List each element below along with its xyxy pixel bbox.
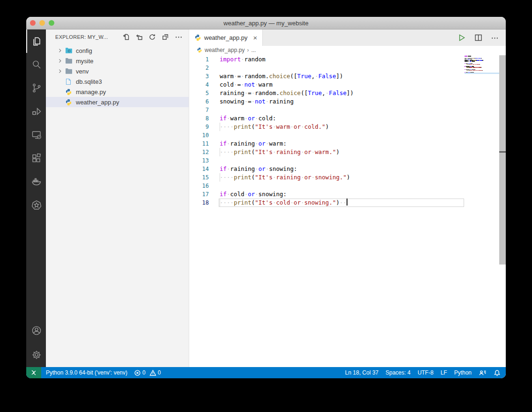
code-line[interactable]: 2: [189, 64, 506, 72]
code-line[interactable]: 7: [189, 106, 506, 114]
code-line[interactable]: 9····print("It's·warm·or·cold."): [189, 123, 506, 131]
line-number[interactable]: 3: [189, 72, 209, 81]
tree-item-label: mysite: [76, 58, 94, 65]
tree-indent: [57, 88, 65, 96]
line-number[interactable]: 4: [189, 81, 209, 89]
zoom-window-button[interactable]: [49, 20, 54, 26]
search-icon: [31, 59, 42, 70]
tree-item-mysite[interactable]: mysite: [46, 56, 189, 66]
code-line[interactable]: 10: [189, 131, 506, 140]
window-title: weather_app.py — my_website: [223, 20, 308, 27]
line-number[interactable]: 6: [189, 97, 209, 106]
tree-item-manage.py[interactable]: manage.py: [46, 87, 189, 97]
line-number[interactable]: 2: [189, 64, 209, 72]
line-number[interactable]: 7: [189, 106, 209, 114]
code-line[interactable]: 4cold·=·not·warm: [189, 81, 506, 89]
code-line[interactable]: 6snowing·=·not·raining: [189, 97, 506, 106]
eol-status[interactable]: LF: [441, 369, 447, 376]
indentation-status[interactable]: Spaces: 4: [385, 369, 410, 376]
activity-bar-item-explorer[interactable]: [26, 29, 46, 53]
title-bar[interactable]: weather_app.py — my_website: [26, 17, 506, 29]
explorer-more-actions-button[interactable]: [174, 32, 183, 42]
activity-bar-item-kubernetes[interactable]: [26, 193, 46, 217]
line-number[interactable]: 5: [189, 89, 209, 97]
activity-bar-item-run-debug[interactable]: [26, 100, 46, 123]
activity-bar-item-settings[interactable]: [26, 343, 46, 367]
notifications-bell-button[interactable]: [494, 369, 501, 376]
editor-more-actions-button[interactable]: [491, 34, 499, 42]
error-icon: [134, 369, 141, 376]
tree-item-venv[interactable]: venv: [46, 66, 189, 76]
activity-bar-item-extensions[interactable]: [26, 147, 46, 170]
tab-bar: weather_app.py ×: [189, 29, 506, 46]
cursor-position-status[interactable]: Ln 18, Col 37: [345, 369, 378, 376]
problems-status[interactable]: 0 0: [134, 369, 161, 376]
encoding-status[interactable]: UTF-8: [418, 369, 434, 376]
activity-bar-item-account[interactable]: [26, 318, 46, 343]
code-line[interactable]: 3warm·=·random.choice([True,·False]): [189, 72, 506, 81]
activity-bar-item-search[interactable]: [26, 53, 46, 76]
split-editor-button[interactable]: [474, 33, 483, 42]
tree-item-config[interactable]: config: [46, 45, 189, 56]
debug-icon: [31, 106, 42, 117]
new-folder-button[interactable]: [134, 32, 144, 42]
code-line[interactable]: 18····print("It's·cold·or·snowing.")··: [189, 199, 506, 207]
line-number[interactable]: 12: [189, 148, 209, 156]
code-line[interactable]: 5raining·=·random.choice([True,·False]): [189, 89, 506, 97]
activity-bar-item-remote-explorer[interactable]: [26, 123, 46, 147]
minimap[interactable]: [465, 55, 499, 74]
code-line-content: import·random: [209, 55, 266, 64]
collapse-folders-button[interactable]: [161, 32, 170, 42]
gear-icon: [31, 349, 42, 360]
feedback-button[interactable]: [479, 369, 487, 376]
code-line[interactable]: 11if·raining·or·warm:: [189, 140, 506, 148]
tree-item-label: venv: [76, 68, 89, 75]
line-number[interactable]: 15: [189, 173, 209, 182]
line-number[interactable]: 14: [189, 165, 209, 173]
breadcrumb-file[interactable]: weather_app.py: [205, 47, 244, 53]
run-python-file-button[interactable]: [457, 33, 466, 42]
minimize-window-button[interactable]: [39, 20, 45, 26]
remote-indicator[interactable]: [26, 367, 41, 378]
file-python-icon: [65, 98, 73, 106]
activity-bar-item-source-control[interactable]: [26, 76, 46, 100]
tree-item-db.sqlite3[interactable]: db.sqlite3: [46, 76, 189, 87]
line-number[interactable]: 18: [189, 199, 209, 207]
line-number[interactable]: 11: [189, 140, 209, 148]
code-line[interactable]: 15····print("It's·raining·or·snowing."): [189, 173, 506, 182]
line-number[interactable]: 9: [189, 123, 209, 131]
tab-weather-app[interactable]: weather_app.py ×: [189, 29, 263, 46]
tree-item-weather_app.py[interactable]: weather_app.py: [46, 97, 189, 107]
collapse-folders-icon: [162, 33, 169, 41]
new-file-button[interactable]: [121, 32, 131, 42]
code-line[interactable]: 12····print("It's·raining·or·warm."): [189, 148, 506, 156]
code-area[interactable]: 1import·random23warm·=·random.choice([Tr…: [189, 54, 506, 367]
kubernetes-icon: [31, 199, 42, 211]
code-line[interactable]: 17if·cold·or·snowing:: [189, 190, 506, 199]
source-control-icon: [31, 82, 42, 94]
tab-close-button[interactable]: ×: [253, 34, 258, 41]
vertical-scrollbar[interactable]: [499, 55, 506, 265]
close-window-button[interactable]: [30, 20, 36, 26]
language-mode-status[interactable]: Python: [454, 369, 472, 376]
code-line[interactable]: 1import·random: [189, 55, 506, 64]
line-number[interactable]: 13: [189, 156, 209, 165]
line-number[interactable]: 17: [189, 190, 209, 199]
code-line[interactable]: 16: [189, 182, 506, 190]
activity-bar-item-docker[interactable]: [26, 170, 46, 193]
breadcrumb-separator: ›: [247, 47, 249, 53]
line-number[interactable]: 1: [189, 55, 209, 64]
code-line[interactable]: 13: [189, 156, 506, 165]
python-interpreter-status[interactable]: Python 3.9.0 64-bit ('venv': venv): [46, 369, 127, 376]
refresh-explorer-button[interactable]: [148, 32, 157, 42]
warning-count: 0: [158, 369, 161, 376]
line-number[interactable]: 10: [189, 131, 209, 140]
remote-icon: [30, 368, 38, 377]
breadcrumb[interactable]: weather_app.py › ...: [189, 46, 506, 54]
code-line[interactable]: 8if·warm·or·cold:: [189, 114, 506, 123]
line-number[interactable]: 16: [189, 182, 209, 190]
tab-label: weather_app.py: [204, 34, 248, 41]
breadcrumb-symbols[interactable]: ...: [251, 47, 256, 53]
code-line[interactable]: 14if·raining·or·snowing:: [189, 165, 506, 173]
line-number[interactable]: 8: [189, 114, 209, 123]
